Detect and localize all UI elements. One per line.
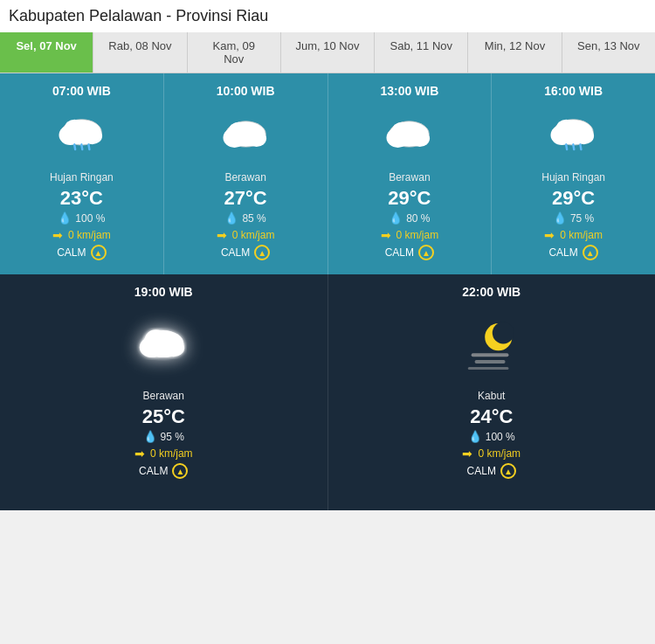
- svg-point-9: [246, 129, 266, 147]
- wind-0700: ➡ 0 km/jam: [52, 228, 111, 242]
- humidity-1300: 💧 80 %: [389, 211, 430, 225]
- calm-1600: CALM ▲: [548, 245, 597, 260]
- wind-1000: ➡ 0 km/jam: [217, 228, 275, 242]
- time-1600: 16:00 WIB: [544, 84, 603, 98]
- wind-arrow-0700: ➡: [52, 228, 63, 242]
- wind-2200: ➡ 0 km/jam: [462, 447, 521, 460]
- temp-1300: 29°C: [388, 187, 431, 210]
- weather-icon-0700: [51, 105, 112, 166]
- drop-icon-1300: 💧: [389, 211, 403, 225]
- drop-icon-1900: 💧: [143, 430, 157, 443]
- humidity-1000: 💧 85 %: [224, 211, 265, 225]
- calm-1300: CALM ▲: [385, 245, 434, 260]
- time-1300: 13:00 WIB: [380, 84, 438, 98]
- drop-icon-0700: 💧: [58, 211, 72, 225]
- svg-point-13: [410, 129, 431, 147]
- bottom-weather-grid: 19:00 WIB Berawan 25°C: [0, 274, 655, 510]
- calm-1000: CALM ▲: [221, 245, 270, 260]
- wind-1300: ➡ 0 km/jam: [381, 228, 439, 242]
- weather-card-1900: 19:00 WIB Berawan 25°C: [0, 274, 328, 510]
- wind-arrow-1900: ➡: [134, 447, 145, 460]
- time-0700: 07:00 WIB: [52, 84, 111, 98]
- weather-card-1000: 10:00 WIB Berawan 27°C 💧 85 % ➡ 0 km/jam…: [164, 73, 328, 274]
- weather-icon-1000: [215, 105, 276, 166]
- weather-icon-1600: [543, 105, 604, 166]
- weather-icon-1300: [379, 105, 440, 166]
- svg-point-17: [574, 128, 594, 145]
- wind-1600: ➡ 0 km/jam: [544, 228, 603, 242]
- humidity-1600: 💧 75 %: [553, 211, 594, 225]
- tab-kam-09[interactable]: Kam, 09 Nov: [188, 32, 281, 73]
- condition-0700: Hujan Ringan: [50, 171, 114, 184]
- svg-rect-29: [474, 360, 505, 364]
- svg-rect-30: [468, 367, 509, 370]
- condition-1300: Berawan: [389, 171, 430, 184]
- calm-icon-0700: ▲: [91, 245, 107, 260]
- time-2200: 22:00 WIB: [462, 285, 521, 299]
- temp-1900: 25°C: [142, 405, 185, 428]
- svg-point-21: [556, 120, 576, 137]
- calm-1900: CALM ▲: [139, 463, 188, 479]
- wind-arrow-1300: ➡: [381, 228, 391, 242]
- svg-rect-28: [471, 353, 508, 357]
- humidity-0700: 💧 100 %: [58, 211, 105, 225]
- time-1000: 10:00 WIB: [217, 84, 275, 98]
- svg-rect-20: [579, 143, 583, 150]
- top-weather-grid: 07:00 WIB Hujan Ringan 23°C 💧 100 % ➡ 0 …: [0, 73, 655, 274]
- weather-icon-1900: [133, 306, 194, 384]
- weather-icon-2200: [461, 306, 522, 384]
- calm-0700: CALM ▲: [57, 245, 106, 260]
- temp-1600: 29°C: [552, 187, 595, 210]
- weather-card-2200: 22:00 WIB Kabut 24°C 💧 100 % ➡ 0 km/jam …: [328, 274, 656, 510]
- wind-arrow-2200: ➡: [462, 447, 472, 460]
- wind-1900: ➡ 0 km/jam: [134, 447, 193, 460]
- svg-point-10: [229, 121, 249, 139]
- condition-1900: Berawan: [143, 390, 184, 402]
- tab-sel-07[interactable]: Sel, 07 Nov: [0, 32, 93, 73]
- calm-icon-1000: ▲: [254, 245, 270, 260]
- humidity-2200: 💧 100 %: [468, 430, 515, 443]
- svg-rect-5: [87, 143, 91, 150]
- day-tabs: Sel, 07 Nov Rab, 08 Nov Kam, 09 Nov Jum,…: [0, 32, 655, 73]
- wind-arrow-1600: ➡: [544, 228, 555, 242]
- svg-point-14: [392, 121, 412, 139]
- condition-2200: Kabut: [478, 390, 505, 402]
- condition-1000: Berawan: [224, 171, 265, 184]
- tab-min-12[interactable]: Min, 12 Nov: [468, 32, 562, 73]
- drop-icon-1000: 💧: [224, 211, 238, 225]
- tab-sab-11[interactable]: Sab, 11 Nov: [375, 32, 468, 73]
- condition-1600: Hujan Ringan: [541, 171, 605, 184]
- svg-point-27: [493, 322, 514, 344]
- calm-icon-1900: ▲: [172, 463, 188, 479]
- calm-2200: CALM ▲: [467, 463, 516, 479]
- temp-2200: 24°C: [470, 405, 513, 428]
- weather-card-0700: 07:00 WIB Hujan Ringan 23°C 💧 100 % ➡ 0 …: [0, 73, 164, 274]
- weather-card-1300: 13:00 WIB Berawan 29°C 💧 80 % ➡ 0 km/jam…: [328, 73, 493, 274]
- weather-card-1600: 16:00 WIB Hujan Ringan 29°C 💧 75 % ➡ 0 k…: [492, 73, 655, 274]
- tab-sen-13[interactable]: Sen, 13 Nov: [562, 32, 655, 73]
- drop-icon-2200: 💧: [468, 430, 482, 443]
- page-title: Kabupaten Pelalawan - Provinsi Riau: [0, 0, 655, 32]
- calm-icon-1300: ▲: [418, 245, 434, 260]
- svg-point-25: [145, 329, 167, 349]
- wind-arrow-1000: ➡: [217, 228, 227, 242]
- calm-icon-1600: ▲: [583, 245, 598, 260]
- drop-icon-1600: 💧: [553, 211, 567, 225]
- svg-point-6: [65, 120, 85, 137]
- temp-1000: 27°C: [224, 187, 267, 210]
- tab-jum-10[interactable]: Jum, 10 Nov: [281, 32, 375, 73]
- humidity-1900: 💧 95 %: [143, 430, 184, 443]
- calm-icon-2200: ▲: [500, 463, 516, 479]
- tab-rab-08[interactable]: Rab, 08 Nov: [93, 32, 187, 73]
- svg-point-2: [82, 128, 102, 145]
- temp-0700: 23°C: [60, 187, 103, 210]
- time-1900: 19:00 WIB: [134, 285, 193, 299]
